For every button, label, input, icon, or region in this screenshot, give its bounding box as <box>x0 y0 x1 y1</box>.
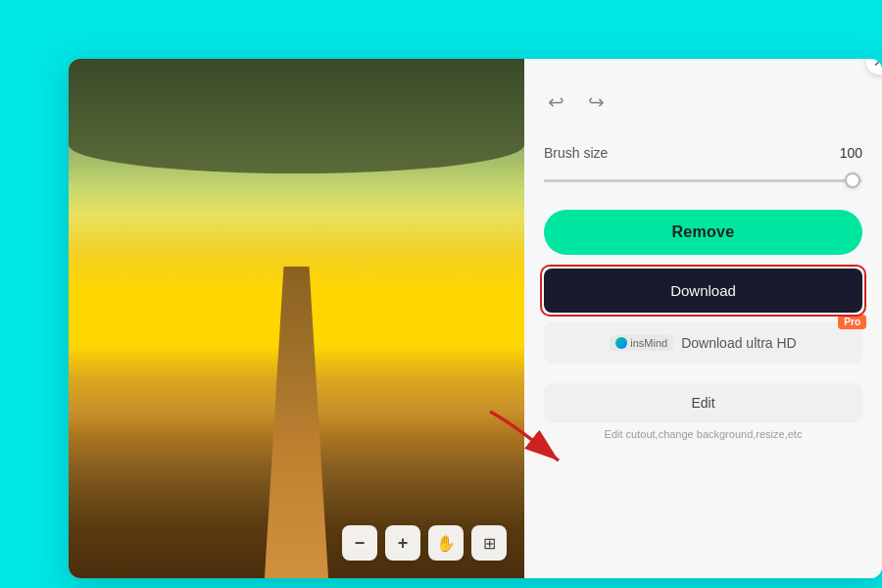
brush-size-label: Brush size <box>544 145 608 161</box>
insmind-logo: insMind <box>610 335 673 351</box>
download-hd-button[interactable]: insMind Download ultra HD <box>544 322 862 364</box>
edit-description: Edit cutout,change background,resize,etc <box>544 428 862 440</box>
download-hd-label: Download ultra HD <box>681 335 797 351</box>
download-button[interactable]: Download <box>544 269 862 313</box>
brush-section: Brush size 100 <box>544 145 862 190</box>
zoom-out-icon: − <box>355 533 366 554</box>
logo-text: insMind <box>630 337 667 349</box>
zoom-in-icon: + <box>398 533 409 554</box>
brush-slider-container[interactable] <box>544 171 862 190</box>
remove-button[interactable]: Remove <box>544 210 862 255</box>
right-panel: ↩ ↪ Brush size 100 Remove <box>524 59 882 578</box>
hand-icon: ✋ <box>436 534 456 553</box>
slider-thumb[interactable] <box>845 172 860 188</box>
zoom-in-button[interactable]: + <box>385 525 420 561</box>
crop-tool-button[interactable]: ⊞ <box>471 525 507 561</box>
brush-label-row: Brush size 100 <box>544 145 862 161</box>
hand-tool-button[interactable]: ✋ <box>428 525 464 561</box>
download-hd-wrapper: insMind Download ultra HD Pro <box>544 322 862 373</box>
app-container: ✕ − + ✋ ⊞ ↩ ↪ <box>69 59 882 578</box>
edit-label: Edit <box>691 395 714 411</box>
remove-label: Remove <box>671 223 734 240</box>
undo-button[interactable]: ↩ <box>544 86 568 118</box>
undo-redo-row: ↩ ↪ <box>544 86 862 118</box>
zoom-out-button[interactable]: − <box>342 525 377 561</box>
image-panel: − + ✋ ⊞ <box>69 59 524 578</box>
brush-size-value: 100 <box>840 145 862 161</box>
close-icon: ✕ <box>873 59 882 70</box>
redo-icon: ↪ <box>588 91 605 113</box>
slider-track <box>544 179 862 182</box>
image-toolbar: − + ✋ ⊞ <box>342 525 507 561</box>
logo-circle-icon <box>615 337 627 349</box>
slider-fill <box>544 179 847 182</box>
download-btn-wrapper: Download <box>544 269 862 313</box>
undo-icon: ↩ <box>548 91 564 113</box>
field-image <box>69 59 524 578</box>
redo-button[interactable]: ↪ <box>584 86 609 118</box>
crop-icon: ⊞ <box>483 534 496 553</box>
pro-badge: Pro <box>838 315 866 329</box>
download-label: Download <box>670 282 736 299</box>
edit-button[interactable]: Edit <box>544 383 862 422</box>
